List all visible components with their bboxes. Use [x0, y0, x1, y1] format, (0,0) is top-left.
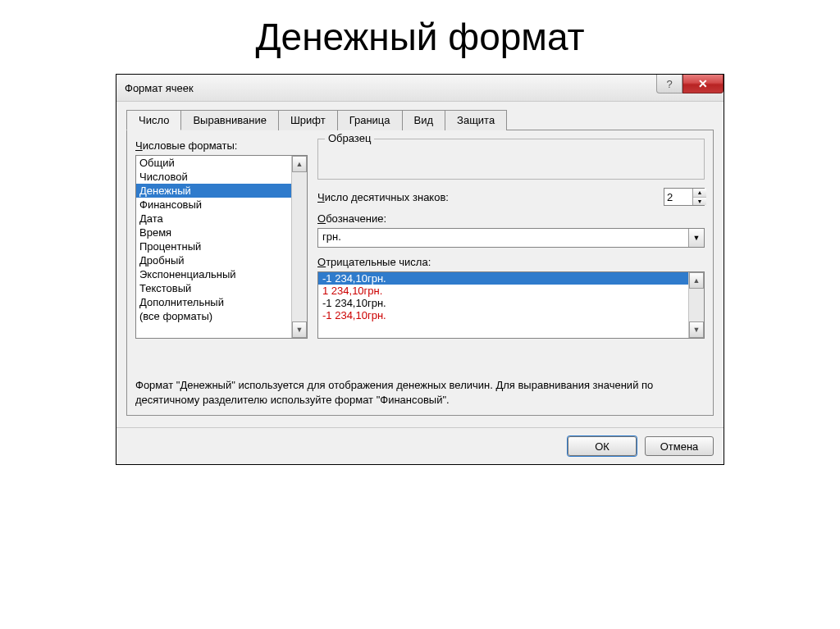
tab-page-number: Числовые форматы: ОбщийЧисловойДенежныйФ… [126, 130, 714, 416]
titlebar: Формат ячеек ? ✕ [116, 75, 724, 102]
tab-5[interactable]: Защита [445, 110, 507, 130]
decimals-input[interactable] [664, 189, 692, 205]
tab-4[interactable]: Вид [402, 110, 446, 130]
scroll-up-icon[interactable]: ▲ [689, 272, 704, 289]
format-description: Формат "Денежный" используется для отобр… [135, 378, 705, 407]
negative-item[interactable]: -1 234,10грн. [318, 272, 688, 285]
tab-bar: ЧислоВыравниваниеШрифтГраницаВидЗащита [126, 110, 714, 130]
scroll-down-icon[interactable]: ▼ [689, 321, 704, 338]
negative-item[interactable]: -1 234,10грн. [318, 309, 688, 321]
symbol-label: Обозначение: [317, 212, 705, 225]
tab-0[interactable]: Число [126, 110, 181, 130]
negative-listbox[interactable]: -1 234,10грн.1 234,10грн.-1 234,10грн.-1… [317, 271, 705, 339]
symbol-value: грн. [318, 229, 688, 247]
formats-listbox[interactable]: ОбщийЧисловойДенежныйФинансовыйДатаВремя… [135, 155, 308, 339]
tab-1[interactable]: Выравнивание [180, 110, 278, 130]
formats-item[interactable]: Финансовый [136, 198, 291, 212]
formats-scrollbar[interactable]: ▲ ▼ [291, 156, 307, 338]
symbol-combo[interactable]: грн. ▼ [317, 228, 705, 248]
formats-item[interactable]: Дата [136, 212, 291, 226]
sample-group: Образец [317, 139, 705, 180]
formats-item[interactable]: (все форматы) [136, 309, 291, 323]
formats-item[interactable]: Время [136, 226, 291, 239]
slide-title: Денежный формат [8, 15, 832, 59]
scroll-up-icon[interactable]: ▲ [292, 156, 307, 172]
cancel-button[interactable]: Отмена [645, 436, 714, 456]
formats-item[interactable]: Дробный [136, 253, 291, 267]
window-title: Формат ячеек [125, 82, 194, 94]
negative-label: Отрицательные числа: [317, 256, 705, 268]
spin-up-icon[interactable]: ▲ [693, 189, 706, 198]
formats-item[interactable]: Общий [136, 156, 291, 170]
decimals-spinner[interactable]: ▲ ▼ [664, 188, 705, 206]
format-cells-window: Формат ячеек ? ✕ ЧислоВыравниваниеШрифтГ… [116, 74, 724, 465]
ok-button[interactable]: ОК [568, 436, 637, 456]
scroll-down-icon[interactable]: ▼ [292, 321, 307, 338]
combo-chevron-down-icon[interactable]: ▼ [688, 229, 704, 247]
formats-item[interactable]: Дополнительный [136, 295, 291, 309]
formats-item[interactable]: Денежный [136, 184, 291, 198]
tab-3[interactable]: Граница [337, 110, 403, 130]
formats-item[interactable]: Текстовый [136, 281, 291, 295]
help-button[interactable]: ? [656, 75, 682, 93]
negative-item[interactable]: -1 234,10грн. [318, 297, 688, 309]
close-button[interactable]: ✕ [682, 75, 724, 93]
decimals-label: Число десятичных знаков: [317, 191, 664, 203]
formats-item[interactable]: Числовой [136, 170, 291, 184]
spin-down-icon[interactable]: ▼ [693, 198, 706, 206]
negative-item[interactable]: 1 234,10грн. [318, 285, 688, 297]
negative-scrollbar[interactable]: ▲ ▼ [688, 272, 704, 338]
formats-item[interactable]: Процентный [136, 239, 291, 253]
formats-item[interactable]: Экспоненциальный [136, 267, 291, 281]
formats-label: Числовые форматы: [135, 139, 308, 152]
tab-2[interactable]: Шрифт [278, 110, 338, 130]
sample-label: Образец [325, 132, 374, 144]
